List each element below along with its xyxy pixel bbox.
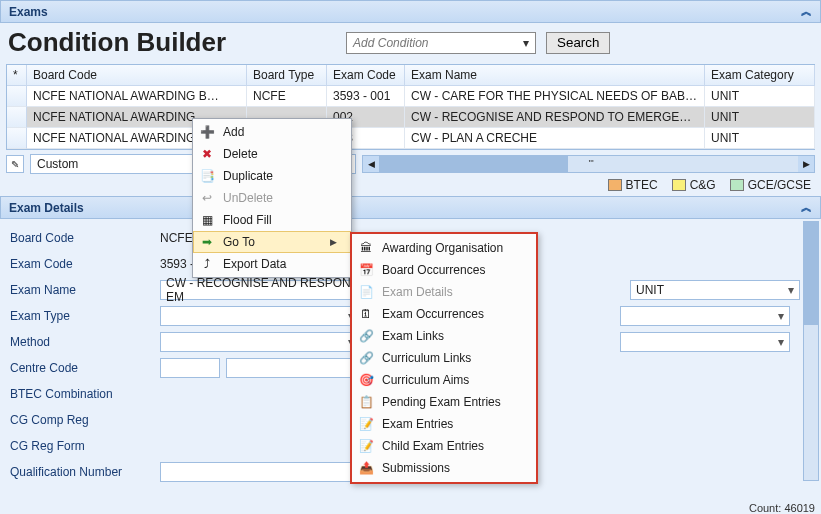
grid-hscrollbar[interactable]: ◀ ''' ▶ xyxy=(362,155,815,173)
panel-title: Exams xyxy=(9,5,48,19)
col-board-type[interactable]: Board Type xyxy=(247,65,327,86)
menu-item-undelete: ↩UnDelete xyxy=(193,187,351,209)
table-row[interactable]: NCFE NATIONAL AWARDING B…NCFE3593 - 001C… xyxy=(7,86,814,107)
menu-item-label: UnDelete xyxy=(223,191,273,205)
exam-name-label: Exam Name xyxy=(10,283,160,297)
search-button[interactable]: Search xyxy=(546,32,610,54)
scroll-thumb[interactable] xyxy=(379,156,568,172)
details-vscrollbar[interactable] xyxy=(803,221,819,481)
exam-details-title: Exam Details xyxy=(9,201,84,215)
submenu-icon: 📤 xyxy=(358,460,374,476)
submenu-item-label: Awarding Organisation xyxy=(382,241,503,255)
col-exam-name[interactable]: Exam Name xyxy=(405,65,705,86)
legend-item: GCE/GCSE xyxy=(730,178,811,192)
cg-comp-label: CG Comp Reg xyxy=(10,413,160,427)
legend-label: BTEC xyxy=(626,178,658,192)
scroll-right-icon[interactable]: ▶ xyxy=(798,156,814,172)
submenu-icon: 📋 xyxy=(358,394,374,410)
submenu-icon: 📅 xyxy=(358,262,374,278)
submenu-item-label: Exam Links xyxy=(382,329,444,343)
collapse-icon[interactable]: ︽ xyxy=(801,4,812,19)
chevron-down-icon: ▾ xyxy=(523,36,529,50)
col-board-code[interactable]: Board Code xyxy=(27,65,247,86)
centre-code-label: Centre Code xyxy=(10,361,160,375)
legend-swatch xyxy=(730,179,744,191)
table-cell xyxy=(7,128,27,149)
submenu-item-board-occurrences[interactable]: 📅Board Occurrences xyxy=(352,259,536,281)
submenu-item-label: Exam Entries xyxy=(382,417,453,431)
menu-item-flood-fill[interactable]: ▦Flood Fill xyxy=(193,209,351,231)
filter-mode-dropdown[interactable]: Custom▾ xyxy=(30,154,210,174)
submenu-item-exam-entries[interactable]: 📝Exam Entries xyxy=(352,413,536,435)
menu-item-add[interactable]: ➕Add xyxy=(193,121,351,143)
floodfill-icon: ▦ xyxy=(199,212,215,228)
col-exam-code[interactable]: Exam Code xyxy=(327,65,405,86)
exam-details-header[interactable]: Exam Details ︽ xyxy=(0,196,821,219)
board-code-label: Board Code xyxy=(10,231,160,245)
method-label: Method xyxy=(10,335,160,349)
qualification-number-input[interactable] xyxy=(160,462,360,482)
submenu-item-label: Exam Occurrences xyxy=(382,307,484,321)
cg-form-label: CG Reg Form xyxy=(10,439,160,453)
submenu-item-label: Exam Details xyxy=(382,285,453,299)
centre-code-input-1[interactable] xyxy=(160,358,220,378)
menu-item-delete[interactable]: ✖Delete xyxy=(193,143,351,165)
table-cell xyxy=(7,107,27,128)
table-row[interactable]: NCFE NATIONAL AWARDING002CW - RECOGNISE … xyxy=(7,107,814,128)
method-dropdown[interactable] xyxy=(160,332,360,352)
submenu-item-exam-links[interactable]: 🔗Exam Links xyxy=(352,325,536,347)
exam-category-dropdown[interactable]: UNIT xyxy=(630,280,800,300)
menu-item-duplicate[interactable]: 📑Duplicate xyxy=(193,165,351,187)
submenu-item-awarding-organisation[interactable]: 🏛Awarding Organisation xyxy=(352,237,536,259)
record-count: Count: 46019 xyxy=(749,502,815,514)
export-icon: ⤴ xyxy=(199,256,215,272)
submenu-item-curriculum-aims[interactable]: 🎯Curriculum Aims xyxy=(352,369,536,391)
filter-edit-icon[interactable]: ✎ xyxy=(6,155,24,173)
centre-code-input-2[interactable] xyxy=(226,358,356,378)
table-cell: UNIT xyxy=(705,128,815,149)
exam-type-dropdown-2[interactable] xyxy=(620,306,790,326)
submenu-item-pending-exam-entries[interactable]: 📋Pending Exam Entries xyxy=(352,391,536,413)
context-menu[interactable]: ➕Add✖Delete📑Duplicate↩UnDelete▦Flood Fil… xyxy=(192,118,352,278)
goto-submenu[interactable]: 🏛Awarding Organisation📅Board Occurrences… xyxy=(350,232,538,484)
submenu-icon: 🗓 xyxy=(358,306,374,322)
col-exam-category[interactable]: Exam Category xyxy=(705,65,815,86)
scroll-left-icon[interactable]: ◀ xyxy=(363,156,379,172)
add-condition-dropdown[interactable]: Add Condition ▾ xyxy=(346,32,536,54)
table-cell: NCFE xyxy=(247,86,327,107)
menu-item-go-to[interactable]: ➡Go To▶ xyxy=(193,231,351,253)
menu-item-label: Duplicate xyxy=(223,169,273,183)
exams-panel-header[interactable]: Exams ︽ xyxy=(0,0,821,23)
collapse-icon[interactable]: ︽ xyxy=(801,200,812,215)
add-icon: ➕ xyxy=(199,124,215,140)
table-cell: CW - PLAN A CRECHE xyxy=(405,128,705,149)
legend-label: GCE/GCSE xyxy=(748,178,811,192)
menu-item-export-data[interactable]: ⤴Export Data xyxy=(193,253,351,275)
menu-item-label: Export Data xyxy=(223,257,286,271)
delete-icon: ✖ xyxy=(199,146,215,162)
legend-swatch xyxy=(608,179,622,191)
submenu-item-submissions[interactable]: 📤Submissions xyxy=(352,457,536,479)
scroll-track[interactable]: ''' xyxy=(379,156,798,172)
col-star[interactable]: * xyxy=(7,65,27,86)
exam-type-dropdown[interactable] xyxy=(160,306,360,326)
submenu-icon: 📝 xyxy=(358,416,374,432)
submenu-item-exam-occurrences[interactable]: 🗓Exam Occurrences xyxy=(352,303,536,325)
table-row[interactable]: NCFE NATIONAL AWARDING003CW - PLAN A CRE… xyxy=(7,128,814,149)
submenu-icon: 🔗 xyxy=(358,350,374,366)
submenu-icon: 📄 xyxy=(358,284,374,300)
submenu-icon: 🔗 xyxy=(358,328,374,344)
legend-item: C&G xyxy=(672,178,716,192)
submenu-item-exam-details: 📄Exam Details xyxy=(352,281,536,303)
vscroll-thumb[interactable] xyxy=(804,222,818,325)
method-dropdown-2[interactable] xyxy=(620,332,790,352)
builder-row: Condition Builder Add Condition ▾ Search xyxy=(0,23,821,64)
page-title: Condition Builder xyxy=(8,27,226,58)
submenu-icon: 🏛 xyxy=(358,240,374,256)
submenu-icon: 📝 xyxy=(358,438,374,454)
submenu-item-child-exam-entries[interactable]: 📝Child Exam Entries xyxy=(352,435,536,457)
results-grid: * Board Code Board Type Exam Code Exam N… xyxy=(6,64,815,150)
submenu-item-curriculum-links[interactable]: 🔗Curriculum Links xyxy=(352,347,536,369)
submenu-icon: 🎯 xyxy=(358,372,374,388)
btec-label: BTEC Combination xyxy=(10,387,160,401)
